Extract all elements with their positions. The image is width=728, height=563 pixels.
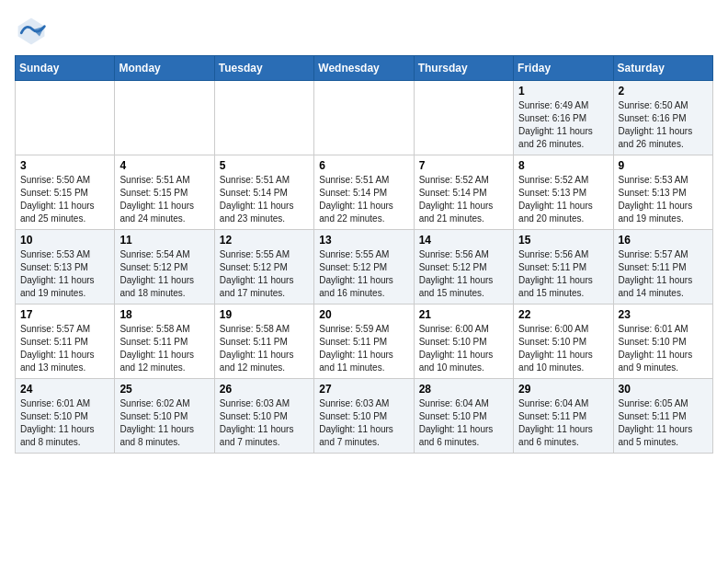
calendar-week-4: 17Sunrise: 5:57 AMSunset: 5:11 PMDayligh… (16, 304, 713, 379)
day-info: Sunrise: 5:58 AMSunset: 5:11 PMDaylight:… (119, 323, 209, 374)
day-header-wednesday: Wednesday (314, 56, 414, 81)
calendar-week-5: 24Sunrise: 6:01 AMSunset: 5:10 PMDayligh… (16, 379, 713, 454)
day-info: Sunrise: 6:01 AMSunset: 5:10 PMDaylight:… (20, 397, 109, 449)
calendar-cell: 15Sunrise: 5:56 AMSunset: 5:11 PMDayligh… (514, 230, 613, 304)
day-number: 23 (619, 308, 708, 321)
calendar-cell: 28Sunrise: 6:04 AMSunset: 5:10 PMDayligh… (414, 379, 513, 454)
day-info: Sunrise: 5:52 AMSunset: 5:13 PMDaylight:… (518, 174, 608, 225)
calendar-cell (414, 81, 513, 155)
day-info: Sunrise: 5:58 AMSunset: 5:11 PMDaylight:… (220, 323, 309, 374)
day-number: 16 (619, 234, 708, 247)
page-header (15, 15, 713, 48)
calendar-cell: 13Sunrise: 5:55 AMSunset: 5:12 PMDayligh… (314, 230, 414, 304)
day-info: Sunrise: 5:56 AMSunset: 5:11 PMDaylight:… (518, 248, 608, 300)
calendar-cell: 8Sunrise: 5:52 AMSunset: 5:13 PMDaylight… (514, 155, 613, 230)
calendar-cell: 3Sunrise: 5:50 AMSunset: 5:15 PMDaylight… (16, 155, 115, 230)
day-number: 4 (119, 159, 209, 172)
calendar-cell: 4Sunrise: 5:51 AMSunset: 5:15 PMDaylight… (115, 155, 214, 230)
calendar-cell (16, 81, 115, 155)
calendar-cell: 11Sunrise: 5:54 AMSunset: 5:12 PMDayligh… (115, 230, 214, 304)
day-number: 5 (220, 159, 309, 172)
day-number: 27 (319, 383, 408, 396)
day-info: Sunrise: 5:51 AMSunset: 5:15 PMDaylight:… (119, 174, 209, 225)
logo-icon (15, 15, 48, 48)
day-info: Sunrise: 5:57 AMSunset: 5:11 PMDaylight:… (20, 323, 109, 374)
day-number: 2 (619, 85, 708, 98)
day-number: 12 (220, 234, 309, 247)
calendar-week-2: 3Sunrise: 5:50 AMSunset: 5:15 PMDaylight… (16, 155, 713, 230)
day-number: 29 (518, 383, 608, 396)
day-info: Sunrise: 5:53 AMSunset: 5:13 PMDaylight:… (20, 248, 109, 300)
calendar-cell: 29Sunrise: 6:04 AMSunset: 5:11 PMDayligh… (514, 379, 613, 454)
calendar-cell (115, 81, 214, 155)
day-number: 22 (518, 308, 608, 321)
calendar-cell: 30Sunrise: 6:05 AMSunset: 5:11 PMDayligh… (613, 379, 712, 454)
calendar-cell: 2Sunrise: 6:50 AMSunset: 6:16 PMDaylight… (613, 81, 712, 155)
day-header-sunday: Sunday (16, 56, 115, 81)
day-info: Sunrise: 6:01 AMSunset: 5:10 PMDaylight:… (619, 323, 708, 374)
day-header-thursday: Thursday (414, 56, 513, 81)
day-number: 13 (319, 234, 408, 247)
day-info: Sunrise: 5:50 AMSunset: 5:15 PMDaylight:… (20, 174, 109, 225)
calendar-cell: 26Sunrise: 6:03 AMSunset: 5:10 PMDayligh… (214, 379, 313, 454)
calendar-cell: 17Sunrise: 5:57 AMSunset: 5:11 PMDayligh… (16, 304, 115, 379)
day-number: 28 (419, 383, 508, 396)
day-number: 11 (119, 234, 209, 247)
calendar-cell (214, 81, 313, 155)
calendar-cell: 21Sunrise: 6:00 AMSunset: 5:10 PMDayligh… (414, 304, 513, 379)
day-number: 1 (518, 85, 608, 98)
day-info: Sunrise: 5:52 AMSunset: 5:14 PMDaylight:… (419, 174, 508, 225)
day-info: Sunrise: 5:57 AMSunset: 5:11 PMDaylight:… (619, 248, 708, 300)
day-number: 20 (319, 308, 408, 321)
day-info: Sunrise: 6:03 AMSunset: 5:10 PMDaylight:… (319, 397, 408, 449)
calendar-cell: 22Sunrise: 6:00 AMSunset: 5:10 PMDayligh… (514, 304, 613, 379)
day-info: Sunrise: 6:50 AMSunset: 6:16 PMDaylight:… (619, 99, 708, 151)
calendar-week-3: 10Sunrise: 5:53 AMSunset: 5:13 PMDayligh… (16, 230, 713, 304)
day-number: 26 (220, 383, 309, 396)
day-number: 7 (419, 159, 508, 172)
calendar-cell: 20Sunrise: 5:59 AMSunset: 5:11 PMDayligh… (314, 304, 414, 379)
day-info: Sunrise: 6:04 AMSunset: 5:11 PMDaylight:… (518, 397, 608, 449)
calendar-cell: 1Sunrise: 6:49 AMSunset: 6:16 PMDaylight… (514, 81, 613, 155)
calendar-cell: 14Sunrise: 5:56 AMSunset: 5:12 PMDayligh… (414, 230, 513, 304)
day-number: 25 (119, 383, 209, 396)
day-info: Sunrise: 6:03 AMSunset: 5:10 PMDaylight:… (220, 397, 309, 449)
day-header-friday: Friday (514, 56, 613, 81)
day-number: 9 (619, 159, 708, 172)
calendar-cell: 25Sunrise: 6:02 AMSunset: 5:10 PMDayligh… (115, 379, 214, 454)
day-info: Sunrise: 6:00 AMSunset: 5:10 PMDaylight:… (419, 323, 508, 374)
calendar: SundayMondayTuesdayWednesdayThursdayFrid… (15, 55, 713, 454)
calendar-header-row: SundayMondayTuesdayWednesdayThursdayFrid… (16, 56, 713, 81)
day-number: 30 (619, 383, 708, 396)
day-info: Sunrise: 6:02 AMSunset: 5:10 PMDaylight:… (119, 397, 209, 449)
calendar-week-1: 1Sunrise: 6:49 AMSunset: 6:16 PMDaylight… (16, 81, 713, 155)
calendar-cell: 24Sunrise: 6:01 AMSunset: 5:10 PMDayligh… (16, 379, 115, 454)
day-info: Sunrise: 5:53 AMSunset: 5:13 PMDaylight:… (619, 174, 708, 225)
calendar-cell: 18Sunrise: 5:58 AMSunset: 5:11 PMDayligh… (115, 304, 214, 379)
day-number: 8 (518, 159, 608, 172)
day-info: Sunrise: 5:54 AMSunset: 5:12 PMDaylight:… (119, 248, 209, 300)
calendar-cell: 12Sunrise: 5:55 AMSunset: 5:12 PMDayligh… (214, 230, 313, 304)
day-number: 19 (220, 308, 309, 321)
calendar-cell: 9Sunrise: 5:53 AMSunset: 5:13 PMDaylight… (613, 155, 712, 230)
calendar-cell: 27Sunrise: 6:03 AMSunset: 5:10 PMDayligh… (314, 379, 414, 454)
day-info: Sunrise: 5:55 AMSunset: 5:12 PMDaylight:… (319, 248, 408, 300)
day-info: Sunrise: 5:51 AMSunset: 5:14 PMDaylight:… (319, 174, 408, 225)
day-number: 24 (20, 383, 109, 396)
calendar-cell: 6Sunrise: 5:51 AMSunset: 5:14 PMDaylight… (314, 155, 414, 230)
day-number: 15 (518, 234, 608, 247)
calendar-cell: 10Sunrise: 5:53 AMSunset: 5:13 PMDayligh… (16, 230, 115, 304)
day-info: Sunrise: 6:04 AMSunset: 5:10 PMDaylight:… (419, 397, 508, 449)
logo (15, 15, 51, 48)
day-info: Sunrise: 6:49 AMSunset: 6:16 PMDaylight:… (518, 99, 608, 151)
day-number: 14 (419, 234, 508, 247)
calendar-cell (314, 81, 414, 155)
day-number: 3 (20, 159, 109, 172)
calendar-cell: 5Sunrise: 5:51 AMSunset: 5:14 PMDaylight… (214, 155, 313, 230)
calendar-cell: 16Sunrise: 5:57 AMSunset: 5:11 PMDayligh… (613, 230, 712, 304)
day-number: 18 (119, 308, 209, 321)
day-info: Sunrise: 6:05 AMSunset: 5:11 PMDaylight:… (619, 397, 708, 449)
day-info: Sunrise: 5:59 AMSunset: 5:11 PMDaylight:… (319, 323, 408, 374)
day-info: Sunrise: 5:56 AMSunset: 5:12 PMDaylight:… (419, 248, 508, 300)
day-number: 6 (319, 159, 408, 172)
